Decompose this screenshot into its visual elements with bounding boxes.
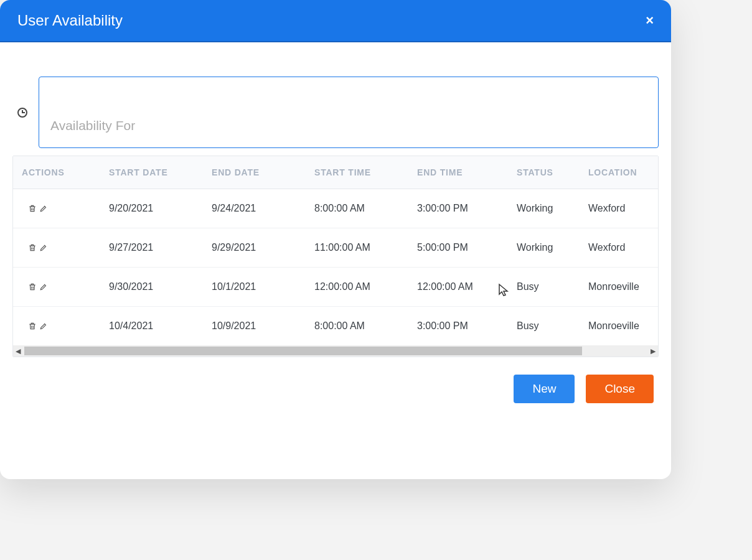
table-row: 9/30/202110/1/202112:00:00 AM12:00:00 AM… xyxy=(13,268,659,307)
button-row: New Close xyxy=(12,375,659,403)
close-button[interactable]: Close xyxy=(586,375,654,403)
cell-start-date: 10/4/2021 xyxy=(100,307,203,346)
delete-icon[interactable] xyxy=(28,243,37,252)
delete-icon[interactable] xyxy=(28,282,37,291)
user-availability-modal: User Availability × ACTIONS START DATE E… xyxy=(0,0,671,479)
table-row: 9/20/20219/24/20218:00:00 AM3:00:00 PMWo… xyxy=(13,189,659,228)
cell-start-date: 9/20/2021 xyxy=(100,189,203,228)
scroll-right-arrow-icon[interactable]: ▶ xyxy=(651,347,656,355)
cell-end-date: 9/29/2021 xyxy=(203,228,306,268)
availability-table: ACTIONS START DATE END DATE START TIME E… xyxy=(13,156,659,345)
cell-status: Busy xyxy=(508,307,580,346)
delete-icon[interactable] xyxy=(28,204,37,213)
col-header-end-date: END DATE xyxy=(203,156,306,189)
horizontal-scrollbar[interactable]: ◀ ▶ xyxy=(13,345,658,357)
cell-start-time: 8:00:00 AM xyxy=(306,189,408,228)
availability-for-input[interactable] xyxy=(39,77,659,148)
cell-status: Working xyxy=(508,189,580,228)
cell-end-time: 3:00:00 PM xyxy=(408,307,508,346)
close-icon[interactable]: × xyxy=(646,14,654,27)
col-header-actions: ACTIONS xyxy=(13,156,100,189)
cell-location: Wexford xyxy=(580,189,659,228)
table-row: 10/4/202110/9/20218:00:00 AM3:00:00 PMBu… xyxy=(13,307,659,346)
col-header-end-time: END TIME xyxy=(408,156,508,189)
modal-header: User Availability × xyxy=(0,0,671,42)
cell-location: Wexford xyxy=(580,228,659,268)
cell-end-date: 10/1/2021 xyxy=(203,268,306,307)
table-row: 9/27/20219/29/202111:00:00 AM5:00:00 PMW… xyxy=(13,228,659,268)
col-header-location: LOCATION xyxy=(580,156,659,189)
modal-body: ACTIONS START DATE END DATE START TIME E… xyxy=(0,42,671,416)
cell-start-time: 8:00:00 AM xyxy=(306,307,408,346)
filter-row xyxy=(12,77,659,148)
cell-location: Monroeville xyxy=(580,268,659,307)
edit-icon[interactable] xyxy=(39,322,48,330)
modal-title: User Availability xyxy=(17,12,123,29)
cell-end-date: 9/24/2021 xyxy=(203,189,306,228)
scroll-left-arrow-icon[interactable]: ◀ xyxy=(16,347,21,355)
cell-end-time: 5:00:00 PM xyxy=(408,228,508,268)
cell-start-date: 9/27/2021 xyxy=(100,228,203,268)
edit-icon[interactable] xyxy=(39,243,48,252)
cell-status: Working xyxy=(508,228,580,268)
row-actions xyxy=(22,243,92,252)
cell-end-time: 3:00:00 PM xyxy=(408,189,508,228)
row-actions xyxy=(22,204,92,213)
row-actions xyxy=(22,282,92,291)
availability-table-wrap: ACTIONS START DATE END DATE START TIME E… xyxy=(12,156,659,357)
cell-end-date: 10/9/2021 xyxy=(203,307,306,346)
scroll-thumb[interactable] xyxy=(24,347,582,355)
cell-start-date: 9/30/2021 xyxy=(100,268,203,307)
col-header-start-time: START TIME xyxy=(306,156,408,189)
clock-icon xyxy=(17,108,27,118)
cell-location: Monroeville xyxy=(580,307,659,346)
row-actions xyxy=(22,322,92,330)
col-header-status: STATUS xyxy=(508,156,580,189)
col-header-start-date: START DATE xyxy=(100,156,203,189)
edit-icon[interactable] xyxy=(39,204,48,213)
cell-status: Busy xyxy=(508,268,580,307)
new-button[interactable]: New xyxy=(514,375,575,403)
cell-start-time: 11:00:00 AM xyxy=(306,228,408,268)
cell-end-time: 12:00:00 AM xyxy=(408,268,508,307)
cell-start-time: 12:00:00 AM xyxy=(306,268,408,307)
edit-icon[interactable] xyxy=(39,282,48,291)
delete-icon[interactable] xyxy=(28,322,37,330)
